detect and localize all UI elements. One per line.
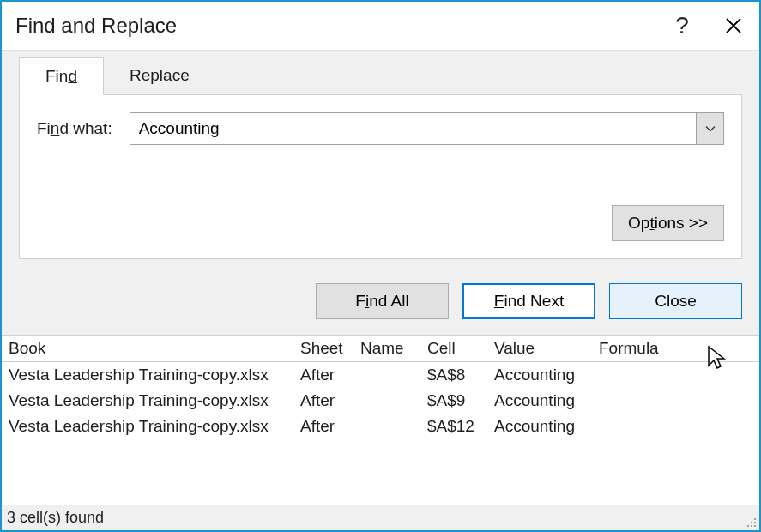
help-icon: ? [675, 12, 689, 39]
svg-point-6 [751, 525, 752, 527]
close-button[interactable]: Close [609, 283, 742, 319]
close-window-button[interactable] [708, 2, 759, 50]
results-table[interactable]: Book Sheet Name Cell Value Formula Vesta… [2, 336, 759, 505]
cell-book: Vesta Leadership Training-copy.xlsx [9, 417, 300, 436]
tab-find[interactable]: Find [19, 57, 104, 95]
cell-formula [599, 417, 719, 436]
tab-replace[interactable]: Replace [104, 57, 215, 94]
svg-point-3 [751, 522, 752, 523]
cell-book: Vesta Leadership Training-copy.xlsx [9, 366, 300, 384]
find-what-input-wrap [130, 112, 724, 145]
find-next-button[interactable]: Find Next [462, 283, 595, 319]
content-area: Find Replace Find what: Option [2, 50, 759, 336]
action-buttons: Find All Find Next Close [2, 275, 759, 335]
find-what-label: Find what: [37, 119, 112, 138]
cell-value: Accounting [494, 391, 599, 410]
cell-sheet: After [300, 417, 360, 436]
help-button[interactable]: ? [656, 2, 708, 50]
tabs: Find Replace [2, 51, 759, 94]
find-panel: Find what: Options >> [19, 94, 742, 259]
options-row: Options >> [37, 205, 724, 241]
svg-point-7 [754, 525, 756, 527]
titlebar-controls: ? [656, 2, 759, 50]
find-what-row: Find what: [37, 112, 724, 145]
find-what-input[interactable] [130, 113, 696, 144]
find-what-dropdown-button[interactable] [696, 113, 723, 144]
find-all-button[interactable]: Find All [316, 283, 449, 319]
svg-point-4 [754, 522, 756, 523]
cell-sheet: After [300, 366, 360, 384]
find-replace-dialog: Find and Replace ? Find Replace [0, 0, 761, 532]
svg-point-5 [747, 525, 749, 527]
resize-grip-icon[interactable] [744, 515, 758, 529]
cell-cell: $A$12 [427, 417, 494, 436]
cell-name [360, 417, 427, 436]
cell-formula [599, 366, 719, 384]
cell-value: Accounting [494, 417, 599, 436]
cell-value: Accounting [494, 366, 599, 384]
cell-name [360, 366, 427, 384]
options-button[interactable]: Options >> [612, 205, 724, 241]
cell-cell: $A$9 [427, 391, 494, 410]
table-row[interactable]: Vesta Leadership Training-copy.xlsx Afte… [2, 362, 759, 388]
cell-book: Vesta Leadership Training-copy.xlsx [9, 391, 300, 410]
header-formula[interactable]: Formula [599, 339, 719, 358]
header-name[interactable]: Name [360, 339, 427, 358]
chevron-down-icon [705, 125, 716, 132]
table-row[interactable]: Vesta Leadership Training-copy.xlsx Afte… [2, 414, 759, 439]
cell-name [360, 391, 427, 410]
close-icon [725, 17, 742, 34]
titlebar: Find and Replace ? [2, 2, 759, 50]
dialog-title: Find and Replace [15, 14, 177, 38]
table-header: Book Sheet Name Cell Value Formula [2, 336, 759, 362]
cell-formula [599, 391, 719, 410]
status-text: 3 cell(s) found [7, 509, 104, 527]
svg-point-2 [754, 518, 756, 520]
cell-cell: $A$8 [427, 366, 494, 384]
table-row[interactable]: Vesta Leadership Training-copy.xlsx Afte… [2, 388, 759, 414]
header-value[interactable]: Value [494, 339, 599, 358]
header-sheet[interactable]: Sheet [300, 339, 360, 358]
cell-sheet: After [300, 391, 360, 410]
statusbar: 3 cell(s) found [2, 505, 759, 530]
header-cell[interactable]: Cell [427, 339, 494, 358]
header-book[interactable]: Book [9, 339, 300, 358]
